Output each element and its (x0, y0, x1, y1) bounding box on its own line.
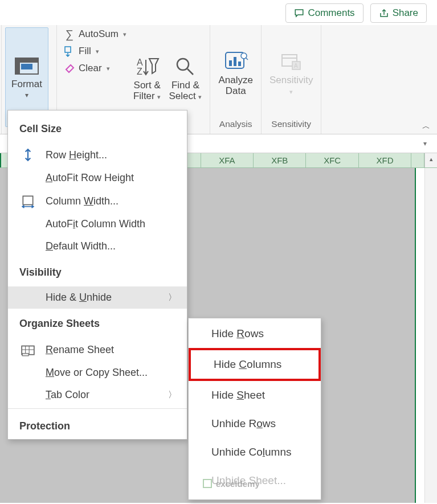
svg-rect-10 (234, 57, 236, 66)
chevron-down-icon: ▾ (123, 31, 126, 38)
submenu-hide-rows[interactable]: Hide Rows (189, 319, 321, 348)
menu-column-width[interactable]: Column Width... (8, 189, 187, 213)
scroll-up-button[interactable]: ▴ (424, 153, 437, 167)
eraser-icon (64, 63, 75, 74)
submenu-unhide-rows[interactable]: Unhide Rows (189, 409, 321, 438)
svg-rect-19 (203, 480, 211, 487)
menu-section-organize: Organize Sheets (8, 309, 187, 338)
svg-point-7 (177, 59, 189, 70)
svg-rect-2 (15, 58, 20, 74)
svg-rect-3 (21, 64, 32, 69)
share-icon (379, 8, 389, 18)
collapse-ribbon-icon[interactable]: ︿ (422, 121, 430, 132)
svg-rect-11 (238, 62, 241, 66)
menu-section-cell-size: Cell Size (8, 114, 187, 143)
analysis-group-label: Analysis (216, 117, 255, 133)
submenu-hide-sheet[interactable]: Hide Sheet (189, 381, 321, 409)
search-icon (173, 55, 198, 78)
menu-rename-sheet[interactable]: Rename Sheet (8, 338, 187, 362)
menu-row-height[interactable]: Row Height... (8, 143, 187, 167)
sigma-icon: ∑ (64, 28, 75, 40)
column-header[interactable]: XFB (254, 153, 306, 167)
svg-text:A: A (294, 63, 298, 69)
clear-button[interactable]: Clear ▾ (63, 62, 128, 75)
menu-section-visibility: Visibility (8, 257, 187, 286)
svg-text:A: A (137, 58, 143, 67)
comments-label: Comments (308, 7, 354, 19)
vertical-scrollbar[interactable] (424, 168, 437, 503)
analyze-icon (223, 50, 248, 73)
chevron-right-icon: 〉 (168, 390, 177, 400)
format-dropdown: Cell Size Row Height... AutoFit Row Heig… (7, 110, 187, 440)
svg-rect-9 (229, 60, 232, 66)
menu-hide-unhide[interactable]: Hide & Unhide 〉 (8, 286, 187, 309)
chevron-right-icon: 〉 (168, 292, 177, 303)
row-height-icon (21, 148, 35, 162)
autosum-button[interactable]: ∑ AutoSum ▾ (63, 27, 128, 41)
watermark: exceldemy (202, 478, 260, 489)
comment-icon (294, 8, 304, 18)
fill-button[interactable]: Fill ▾ (63, 44, 128, 58)
watermark-icon (202, 478, 213, 489)
menu-tab-color[interactable]: Tab Color 〉 (8, 384, 187, 406)
svg-rect-4 (65, 47, 71, 52)
fill-down-icon (64, 46, 75, 57)
column-header[interactable]: XFC (306, 153, 358, 167)
chevron-down-icon: ▾ (25, 91, 28, 99)
menu-autofit-row-height[interactable]: AutoFit Row Height (8, 167, 187, 189)
sensitivity-group-label: Sensitivity (267, 117, 316, 133)
sensitivity-icon: A (279, 50, 304, 73)
column-header[interactable]: XFD (359, 153, 411, 167)
format-icon (14, 56, 39, 76)
svg-rect-18 (22, 354, 28, 356)
menu-move-copy-sheet[interactable]: Move or Copy Sheet... (8, 362, 187, 384)
rename-sheet-icon (21, 343, 35, 357)
menu-section-protection: Protection (8, 411, 187, 435)
format-label: Format (11, 79, 42, 90)
chevron-down-icon: ▾ (107, 65, 110, 72)
hide-unhide-submenu: Hide Rows Hide Columns Hide Sheet Unhide… (188, 318, 321, 500)
sensitivity-button: A Sensitivity▾ (267, 27, 316, 117)
triangle-up-icon: ▴ (430, 155, 433, 163)
column-header-end (411, 153, 424, 167)
menu-default-width[interactable]: Default Width... (8, 235, 187, 257)
column-header[interactable]: XFA (201, 153, 254, 167)
column-width-icon (21, 194, 35, 208)
share-button[interactable]: Share (370, 3, 427, 23)
menu-autofit-column-width[interactable]: AutoFit Column Width (8, 213, 187, 235)
comments-button[interactable]: Comments (285, 3, 363, 23)
expand-formula-bar-icon[interactable]: ▾ (423, 140, 437, 147)
svg-rect-16 (23, 196, 32, 204)
share-label: Share (393, 7, 418, 19)
analyze-data-button[interactable]: AnalyzeData (216, 27, 255, 117)
submenu-hide-columns[interactable]: Hide Columns (189, 348, 321, 381)
submenu-unhide-columns[interactable]: Unhide Columns (189, 438, 321, 466)
sort-filter-icon: AZ (134, 55, 160, 78)
chevron-down-icon: ▾ (96, 48, 99, 55)
svg-text:Z: Z (137, 67, 142, 76)
